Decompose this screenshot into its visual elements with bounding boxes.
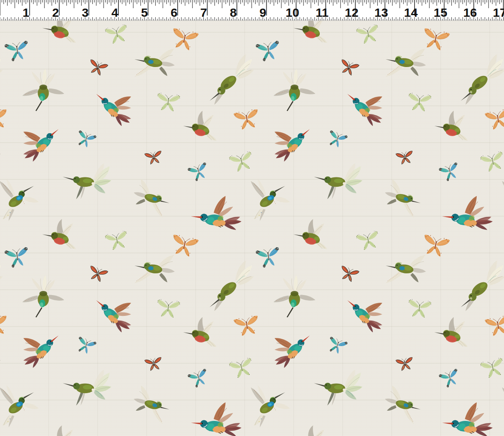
bird-red-motif (430, 108, 473, 151)
fabric-pattern (0, 20, 504, 436)
bird-red-motif (430, 315, 473, 357)
bird-colorful-motif (18, 327, 65, 375)
bird-hover-artwork (374, 169, 431, 226)
butterfly-monarch-artwork (84, 259, 113, 288)
butterfly-monarch-artwork (335, 52, 364, 81)
butterfly-orange-artwork (418, 226, 454, 262)
bird-throat-artwork (0, 176, 44, 225)
butterfly-green-artwork (405, 293, 435, 322)
butterfly-monarch-motif (141, 144, 166, 169)
butterfly-green-artwork (476, 351, 504, 383)
butterfly-green-artwork (225, 351, 258, 383)
bird-fan-motif (60, 364, 113, 416)
butterfly-green-artwork (101, 430, 132, 436)
ruler-number-9: 9 (259, 6, 266, 19)
bird-throat-artwork (246, 176, 295, 225)
butterfly-green-motif (476, 351, 504, 383)
bird-throat-artwork (497, 382, 504, 432)
butterfly-orange-artwork (0, 308, 12, 341)
butterfly-green-artwork (352, 224, 384, 255)
bird-throat-artwork (0, 382, 44, 432)
bird-fan-artwork (312, 364, 364, 416)
bird-front-artwork (20, 275, 66, 320)
ruler-number-16: 16 (463, 6, 477, 19)
bird-colorful-artwork (18, 121, 65, 168)
bird-colorful-artwork (430, 182, 504, 257)
bird-dive-motif (0, 53, 4, 108)
bird-red-artwork (289, 423, 332, 436)
butterfly-monarch-motif (84, 259, 113, 288)
bird-colorful-motif (430, 182, 504, 257)
ruler-number-3: 3 (82, 6, 89, 19)
ruler-number-6: 6 (171, 6, 178, 19)
bird-throat-motif (497, 176, 504, 225)
bird-dive-artwork (0, 259, 4, 314)
butterfly-teal-motif (72, 124, 100, 152)
butterfly-orange-motif (0, 308, 12, 341)
bird-colorful-motif (269, 121, 317, 168)
butterfly-green-artwork (405, 86, 435, 116)
butterfly-green-motif (352, 224, 384, 255)
bird-hover-artwork (382, 38, 429, 85)
butterfly-green-motif (225, 144, 258, 177)
butterfly-orange-motif (167, 226, 203, 262)
bird-hover-motif (131, 245, 178, 292)
bird-fan-motif (60, 157, 113, 210)
butterfly-orange-motif (167, 433, 203, 436)
butterfly-orange-motif (418, 226, 454, 262)
bird-dive-artwork (200, 53, 255, 108)
ruler-number-11: 11 (316, 6, 329, 19)
bird-dive-artwork (200, 259, 255, 314)
butterfly-teal-motif (183, 156, 213, 186)
bird-colorful-motif (0, 182, 3, 257)
butterfly-green-motif (0, 144, 7, 177)
butterfly-green-motif (101, 224, 132, 255)
bird-hover-motif (123, 169, 180, 226)
bird-colorful-motif (89, 292, 136, 339)
bird-hover-motif (123, 375, 180, 432)
ruler-number-10: 10 (285, 6, 299, 19)
butterfly-green-motif (225, 351, 258, 383)
butterfly-green-artwork (352, 430, 384, 436)
bird-throat-artwork (246, 382, 295, 432)
bird-front-artwork (272, 275, 317, 320)
ruler-number-17: 17 (493, 6, 504, 19)
butterfly-green-artwork (352, 20, 384, 49)
butterfly-monarch-artwork (141, 351, 166, 375)
bird-red-artwork (38, 20, 81, 53)
ruler-number-15: 15 (434, 6, 447, 19)
bird-fan-motif (312, 157, 364, 210)
bird-red-artwork (289, 217, 332, 259)
butterfly-green-motif (352, 430, 384, 436)
butterfly-orange-artwork (0, 101, 12, 134)
butterfly-orange-artwork (167, 226, 203, 262)
bird-colorful-motif (179, 389, 254, 436)
butterfly-orange-artwork (167, 433, 203, 436)
butterfly-monarch-motif (141, 351, 166, 375)
bird-red-artwork (179, 108, 221, 151)
bird-colorful-artwork (179, 389, 254, 436)
bird-dive-motif (0, 259, 4, 314)
butterfly-green-motif (154, 86, 183, 116)
bird-dive-motif (200, 53, 255, 108)
bird-hover-artwork (123, 169, 180, 226)
butterfly-green-artwork (0, 144, 7, 177)
bird-colorful-artwork (269, 327, 317, 375)
bird-hover-artwork (123, 375, 180, 432)
butterfly-green-motif (101, 20, 132, 49)
ruler-number-8: 8 (230, 6, 237, 19)
bird-front-artwork (20, 68, 66, 114)
bird-colorful-motif (341, 86, 388, 133)
bird-hover-artwork (374, 375, 431, 432)
bird-hover-artwork (131, 38, 178, 85)
ruler-background (0, 0, 504, 20)
bird-red-motif (179, 315, 221, 357)
butterfly-orange-artwork (167, 20, 203, 56)
butterfly-green-artwork (225, 144, 258, 177)
bird-hover-motif (374, 375, 431, 432)
bird-fan-artwork (60, 157, 113, 210)
butterfly-orange-artwork (230, 308, 263, 341)
bird-colorful-artwork (269, 121, 317, 168)
butterfly-teal-artwork (323, 330, 352, 359)
butterfly-green-artwork (154, 293, 183, 322)
